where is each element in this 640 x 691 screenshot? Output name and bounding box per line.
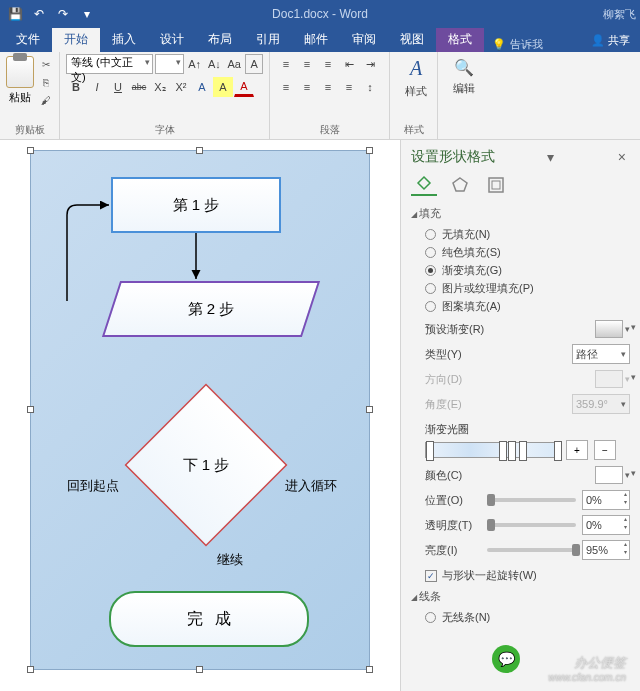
decrease-indent-button[interactable]: ⇤ [339, 54, 359, 74]
pane-menu-button[interactable]: ▾ [547, 149, 554, 165]
fill-solid-radio[interactable]: 纯色填充(S) [425, 245, 630, 260]
paste-button[interactable]: 粘贴 [6, 56, 34, 105]
remove-stop-button[interactable]: − [594, 440, 616, 460]
stop-brightness-input[interactable]: 95% [582, 540, 630, 560]
flow-decision[interactable]: 下 1 步 [126, 385, 286, 545]
selection-handle[interactable] [366, 147, 373, 154]
close-pane-button[interactable]: × [618, 149, 630, 165]
background-shape[interactable]: 第 1 步 第 2 步 下 1 步 完成 回到起点 进入循环 继续 [30, 150, 370, 670]
fill-pattern-radio[interactable]: 图案填充(A) [425, 299, 630, 314]
selection-handle[interactable] [27, 666, 34, 673]
underline-button[interactable]: U [108, 77, 128, 97]
gradient-stop[interactable] [519, 441, 527, 461]
bullets-button[interactable]: ≡ [276, 54, 296, 74]
editing-button[interactable]: 🔍 编辑 [444, 54, 484, 96]
effects-tab[interactable] [447, 174, 473, 196]
styles-button[interactable]: A 样式 [396, 54, 436, 99]
fill-gradient-radio[interactable]: 渐变填充(G) [425, 263, 630, 278]
multilevel-button[interactable]: ≡ [318, 54, 338, 74]
fill-none-radio[interactable]: 无填充(N) [425, 227, 630, 242]
superscript-button[interactable]: X² [171, 77, 191, 97]
font-size-select[interactable] [155, 54, 184, 74]
align-left-button[interactable]: ≡ [276, 77, 296, 97]
cut-button[interactable]: ✂ [37, 56, 55, 72]
gradient-stops-track[interactable] [425, 442, 560, 458]
gradient-stop[interactable] [554, 441, 562, 461]
share-icon: 👤 [591, 34, 605, 47]
fill-solid-label: 纯色填充(S) [442, 245, 501, 260]
tab-view[interactable]: 视图 [388, 27, 436, 52]
preset-gradient-picker[interactable]: ▾ [595, 320, 630, 338]
line-none-radio[interactable]: 无线条(N) [425, 610, 630, 625]
document-canvas[interactable]: 第 1 步 第 2 步 下 1 步 完成 回到起点 进入循环 继续 [0, 140, 400, 691]
font-name-select[interactable]: 等线 (中文正文) [66, 54, 153, 74]
gradient-stop[interactable] [508, 441, 516, 461]
copy-button[interactable]: ⎘ [37, 74, 55, 90]
selection-handle[interactable] [366, 666, 373, 673]
customize-qat-button[interactable]: ▾ [76, 3, 98, 25]
stop-transparency-input[interactable]: 0% [582, 515, 630, 535]
fill-picture-radio[interactable]: 图片或纹理填充(P) [425, 281, 630, 296]
title-bar: 💾 ↶ ↷ ▾ Doc1.docx - Word 柳絮飞 [0, 0, 640, 28]
align-center-button[interactable]: ≡ [297, 77, 317, 97]
layout-tab[interactable] [483, 174, 509, 196]
tab-mailings[interactable]: 邮件 [292, 27, 340, 52]
tab-home[interactable]: 开始 [52, 27, 100, 52]
section-fill[interactable]: 填充 [411, 206, 630, 221]
tell-me-search[interactable]: 💡 告诉我 [492, 37, 543, 52]
group-clipboard-label: 剪贴板 [0, 123, 59, 137]
add-stop-button[interactable]: + [566, 440, 588, 460]
increase-indent-button[interactable]: ⇥ [360, 54, 380, 74]
tab-insert[interactable]: 插入 [100, 27, 148, 52]
subscript-button[interactable]: X₂ [150, 77, 170, 97]
stop-color-picker[interactable]: ▾ [595, 466, 630, 484]
section-line[interactable]: 线条 [411, 589, 630, 604]
align-right-button[interactable]: ≡ [318, 77, 338, 97]
clear-format-button[interactable]: A [245, 54, 263, 74]
tab-file[interactable]: 文件 [4, 27, 52, 52]
tab-references[interactable]: 引用 [244, 27, 292, 52]
gradient-stop[interactable] [426, 441, 434, 461]
change-case-button[interactable]: Aa [225, 54, 243, 74]
strike-button[interactable]: abc [129, 77, 149, 97]
justify-button[interactable]: ≡ [339, 77, 359, 97]
format-painter-button[interactable]: 🖌 [37, 92, 55, 108]
numbering-button[interactable]: ≡ [297, 54, 317, 74]
flow-step2-label: 第 2 步 [111, 281, 311, 337]
stop-position-input[interactable]: 0% [582, 490, 630, 510]
tab-format[interactable]: 格式 [436, 27, 484, 52]
line-spacing-button[interactable]: ↕ [360, 77, 380, 97]
highlight-button[interactable]: A [213, 77, 233, 97]
tab-layout[interactable]: 布局 [196, 27, 244, 52]
undo-button[interactable]: ↶ [28, 3, 50, 25]
share-button[interactable]: 👤 共享 [581, 29, 640, 52]
italic-button[interactable]: I [87, 77, 107, 97]
selection-handle[interactable] [366, 406, 373, 413]
selection-handle[interactable] [196, 147, 203, 154]
redo-button[interactable]: ↷ [52, 3, 74, 25]
flow-step2[interactable]: 第 2 步 [111, 281, 311, 337]
selection-handle[interactable] [27, 147, 34, 154]
text-effects-button[interactable]: A [192, 77, 212, 97]
selection-handle[interactable] [27, 406, 34, 413]
flow-step1[interactable]: 第 1 步 [111, 177, 281, 233]
fill-line-tab[interactable] [411, 174, 437, 196]
signed-in-user[interactable]: 柳絮飞 [603, 7, 636, 22]
stop-brightness-slider[interactable] [487, 548, 576, 552]
selection-handle[interactable] [196, 666, 203, 673]
paste-label: 粘贴 [6, 90, 34, 105]
group-paragraph-label: 段落 [270, 123, 389, 137]
rotate-with-shape-checkbox[interactable]: ✓ 与形状一起旋转(W) [425, 568, 630, 583]
gradient-stop[interactable] [499, 441, 507, 461]
stop-position-slider[interactable] [487, 498, 576, 502]
save-button[interactable]: 💾 [4, 3, 26, 25]
gradient-type-select[interactable]: 路径 [572, 344, 630, 364]
tab-review[interactable]: 审阅 [340, 27, 388, 52]
group-paragraph: ≡ ≡ ≡ ⇤ ⇥ ≡ ≡ ≡ ≡ ↕ 段落 [270, 52, 390, 139]
stop-transparency-slider[interactable] [487, 523, 576, 527]
flow-done[interactable]: 完成 [109, 591, 309, 647]
shrink-font-button[interactable]: A↓ [205, 54, 223, 74]
grow-font-button[interactable]: A↑ [186, 54, 204, 74]
font-color-button[interactable]: A [234, 77, 254, 97]
tab-design[interactable]: 设计 [148, 27, 196, 52]
